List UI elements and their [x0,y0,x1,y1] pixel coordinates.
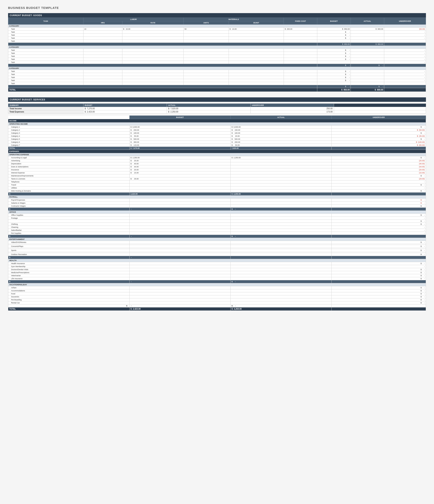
expense-row: Cleaning- [8,226,426,229]
col-under-over: UNDER/OVER [384,18,426,25]
payroll-total-row: $ - $ - [8,208,426,211]
expense-row: Maintenance/Improvements$ - [8,174,426,177]
summary-income-row: Total Income $ 7,270.00 $ 7,020.00 250.0… [8,107,426,110]
income-row: Category 5$ 500.00$ 500.00$ - [8,138,426,141]
expense-row: Veterinarian$ - [8,274,426,277]
expense-row: Advertising$ 25.00(25.00) [8,159,426,162]
expense-row: Postage- [8,217,426,220]
col-materials: MATERIALS [184,18,284,21]
svc-col-under-over: UNDER/OVER [332,116,426,119]
table-row: Task$ -- [8,52,426,55]
summary-under-over-header: UNDER/OVER [250,104,334,107]
goods-header: CURRENT BUDGET: GOODS [8,13,426,18]
services-main-table: BUDGET ACTUAL UNDER/OVER INCOME OPERATIN… [8,116,426,311]
operating-income-label-row: OPERATING INCOME [8,123,426,126]
table-row: Task$ -- [8,55,426,58]
summary-label-header: SUMMARY [8,104,83,107]
income-row: Category 7$ 115.00$ 50.00$ (65.00) [8,144,426,147]
svc-col-budget: BUDGET [129,116,230,119]
category-row: CATEGORY [8,25,426,28]
table-row: Task$ -- [8,37,426,40]
col-task: TASK [8,18,83,25]
expense-row: Pet Supplies- [8,232,426,235]
expense-row: Doctors/Dentist Visits$ - [8,268,426,271]
category-row: CATEGORY [8,46,426,49]
table-row: Task$ -- [8,70,426,73]
expense-row: Office Supplies$ - [8,214,426,217]
col-labor: LABOR [83,18,183,21]
table-row: Task$ -- [8,34,426,37]
subtotal-row: $ -$ - [8,64,426,67]
services-header: CURRENT BUDGET: SERVICES [8,97,426,102]
expense-row: Payroll Expenses$ - [8,198,426,202]
col-s-unit: $/UNIT [229,21,284,25]
expense-row: Concerts/Plays$ - [8,245,426,248]
expense-row: Food$ - [8,292,426,295]
table-row: Task$ -- [8,58,426,61]
col-units: UNITS [184,21,229,25]
services-grand-total-row: TOTAL $ 2,423.00 $ 2,250.00 [8,307,426,311]
expense-row: Interest Expense$ 15.00(15.00) [8,171,426,174]
subtotal-row: $ 850.00$ 800.00 [8,43,426,46]
payroll-label-row: PAYROLL [8,196,426,198]
office-total-row: $ - $ - [8,235,426,238]
operating-expense-label-row: OPERATING EXPENSE [8,153,426,156]
expense-row: $ - [8,220,426,223]
expense-row: Salon/Barber- [8,229,426,232]
col-budget: BUDGET [317,18,351,25]
page-title: BUSINESS BUDGET TEMPLATE [8,6,426,9]
table-row: Task$ -- [8,79,426,82]
expense-row: Video/DVD/Movies$ - [8,241,426,244]
expense-row: Accounting & Legal$ 2,250.00$ 2,250.00$ … [8,156,426,159]
income-total-row: TOTAL $ 7,270.00 7,020.00 [8,147,426,150]
goods-grand-total-row: TOTAL $ 850.00 $ 800.00 [8,88,426,92]
income-row: Category 2$ 200.00$ 150.00$ (50.00) [8,129,426,132]
summary-budget-header: BUDGET [83,104,167,107]
expense-row: Insurance$ 20.00(20.00) [8,168,426,171]
expense-row: Airfare$ - [8,286,426,289]
expense-row: Utilities- [8,187,426,189]
summary-table: SUMMARY BUDGET ACTUAL UNDER/OVER Total I… [8,103,426,114]
table-row: Task$ -- [8,73,426,76]
income-section-label-row: INCOME [8,119,426,123]
col-actual: ACTUAL [351,18,384,25]
vacation-subtotal-row: $ - $ - [8,304,426,307]
expense-row: Pet Boarding$ - [8,298,426,301]
expense-row: Rental Car$ - [8,301,426,304]
goods-table: TASK LABOR MATERIALS FIXED COST BUDGET A… [8,18,426,92]
col-rate: RATE [122,21,184,25]
office-label-row: OFFICE [8,211,426,214]
col-fixed-cost: FIXED COST [284,18,317,25]
health-label-row: HEALTH [8,259,426,262]
income-row: Category 3$ 100.00$ 100.00$ - [8,132,426,135]
summary-expenses-row: Total Expenses $ 2,423.00 $ 2,250.00 173… [8,110,426,114]
entertainment-label-row: ENTERTAINMENT [8,238,426,241]
expense-row: Life Insurance$ - [8,277,426,280]
summary-actual-header: ACTUAL [167,104,250,107]
category-row: CATEGORY [8,67,426,70]
expense-row: Depreciation$ 40.00(40.00) [8,162,426,165]
income-row: Category 4$ 55.00$ 20.00$ (35.00) [8,135,426,138]
income-row: Category 6$ 300.00$ 200.00$ (100.00) [8,141,426,144]
table-row: Task10$ 15.0050$ 10.00$ 200.00$ 850.00$ … [8,28,426,31]
table-row: Task [8,82,426,85]
expense-row: Telephone- [8,180,426,183]
col-hrs: HRS [83,21,122,25]
table-row: Task$ -- [8,49,426,52]
income-row: Category 1$ 6,000.00$ 6,000.00$ - [8,126,426,129]
expenses-section-label-row: EXPENSES [8,150,426,153]
subtotal-row: $ -$ - [8,85,426,88]
services-section: CURRENT BUDGET: SERVICES SUMMARY BUDGET … [8,97,426,311]
table-row: Task [8,40,426,43]
expense-row: Travel$ - [8,183,426,187]
expense-row: Taxes & Licenses$ 29.00(29.00) [8,177,426,180]
expense-row: Clothing$ - [8,223,426,226]
expense-row: Accommodations$ - [8,289,426,292]
op-expense-total-row: $ 2,423.00 $ 2,250.00 [8,193,426,196]
expense-row: Medicine/Prescriptions$ - [8,271,426,274]
expense-row: Dues & Subscriptions$ 44.00(44.00) [8,165,426,168]
expense-row: Souvenirs$ - [8,295,426,298]
table-row: Task$ -- [8,31,426,34]
expense-row: Web Hosting & Domains$ - [8,189,426,193]
expense-row: Salaries & Wages$ - [8,202,426,205]
